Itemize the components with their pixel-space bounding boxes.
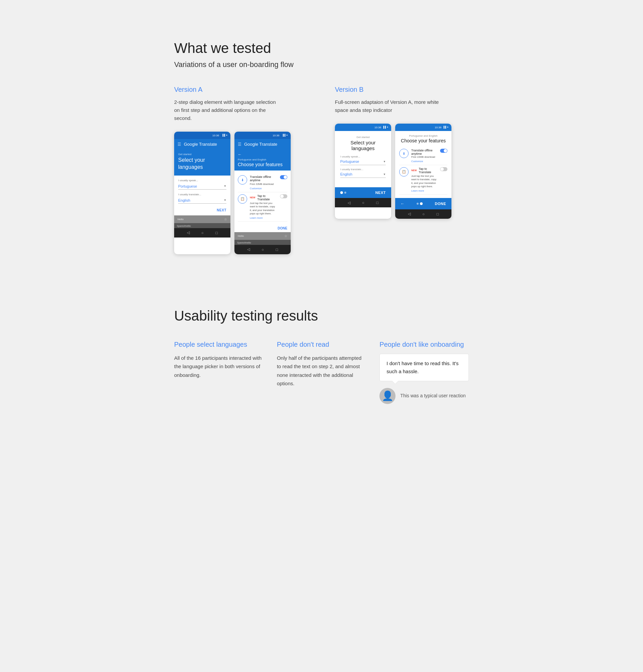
feature-b2-2: 📋 NEW Tap to Translate Just tap the text… (399, 165, 447, 195)
feature-b2-2-title: Tap to Translate (418, 167, 437, 174)
next-btn-row: NEXT (178, 207, 227, 212)
phone-a1-status-bar: 10:36 ▐▐ ✦ (174, 132, 230, 139)
status-time-b2: 10:36 (435, 126, 441, 129)
home-nav-b2[interactable]: ○ (422, 212, 425, 216)
translate-select-b[interactable]: English ▼ (340, 172, 386, 178)
home-nav-icon[interactable]: ○ (201, 231, 204, 235)
avatar-caption: This was a typical user reaction (400, 392, 465, 399)
new-badge-b2: NEW (411, 169, 416, 171)
toggle-b2-offline[interactable] (440, 149, 447, 153)
versions-row: Version A 2-step dialog element with lan… (174, 86, 469, 254)
version-a-col: Version A 2-step dialog element with lan… (174, 86, 308, 254)
toggle-b2-tap[interactable] (440, 167, 447, 171)
recent-nav-icon[interactable]: □ (216, 231, 218, 235)
grey-hello-a2: Hello (238, 235, 244, 238)
back-nav-a2[interactable]: ◁ (247, 247, 250, 252)
section-gap (174, 281, 469, 308)
result-col-1: People select languages All of the 16 pa… (174, 341, 264, 380)
dot1-active (340, 191, 343, 194)
back-nav-b1[interactable]: ◁ (348, 201, 350, 205)
status-icons: 10:36 ▐▐ ✦ (212, 134, 228, 137)
status-icons-a2: 10:36 ▐▐ ✦ (272, 134, 288, 137)
translate-lang-b: English (340, 172, 352, 176)
dot2-inactive (344, 192, 346, 194)
choose-features-title: Choose your features (238, 162, 287, 167)
offline-icon-circle-b2: ⬇ (399, 149, 409, 158)
i-usually-translate-b: I usually translate... (340, 168, 386, 171)
recent-nav-a2[interactable]: □ (276, 248, 278, 252)
result-label-1: People select languages (174, 341, 264, 348)
home-nav-a2[interactable]: ○ (262, 248, 264, 252)
grey-subtext: Spanishhelllo (177, 225, 191, 227)
choose-feat-b: Choose your features (399, 138, 447, 143)
next-button[interactable]: NEXT (217, 208, 227, 212)
back-nav-icon[interactable]: ◁ (187, 230, 190, 235)
feature-item-2: 📋 NEW Tap to Translate Just tap the text… (238, 192, 287, 222)
port-eng-b: Portuguese and English (399, 134, 447, 137)
quote-bubble: I don't have time to read this. It's suc… (379, 354, 469, 381)
grey-subtext-a2: Spanishhelllo (237, 241, 251, 244)
feature1-title-row: Translate offline anytime (250, 175, 277, 182)
back-nav-b2[interactable]: ◁ (408, 212, 411, 216)
result-desc-2: Only half of the participants attempted … (277, 354, 366, 388)
home-nav-b1[interactable]: ○ (362, 201, 364, 205)
speak-label: I usually speak... (178, 179, 227, 182)
back-arrow-icon[interactable]: ← (238, 152, 287, 157)
result-label-2: People don't read (277, 341, 366, 348)
feature-b2-1-desc: Free 22MB download (411, 155, 437, 159)
select-lang-b: Select your languages (340, 140, 386, 151)
phone-a1-toolbar: ☰ Google Translate (174, 139, 230, 149)
feature-b2-2-desc: Just tap the text you want to translate,… (411, 175, 437, 189)
recent-nav-b1[interactable]: □ (376, 201, 379, 205)
toggle-tap-off[interactable] (280, 194, 287, 198)
feature2-link[interactable]: Learn more (250, 216, 263, 219)
feature-b2-1-link[interactable]: Customize (411, 160, 423, 163)
done-button[interactable]: DONE (278, 226, 287, 230)
done-btn-b2[interactable]: DONE (435, 202, 446, 206)
feature1-desc: Free 22MB download (250, 183, 277, 186)
speak-dropdown-arrow: ▼ (224, 184, 227, 188)
recent-nav-b2[interactable]: □ (437, 212, 439, 216)
avatar-icon: 👤 (382, 390, 393, 401)
lang-row-translate: I usually translate... English ▼ (340, 168, 386, 178)
star-icon-a2: ☆ (284, 234, 287, 238)
phone-a2-nav: ◁ ○ □ (234, 245, 291, 254)
phone-b2-content: Portuguese and English Choose your featu… (395, 131, 451, 198)
translate-dropdown[interactable]: English ▼ (178, 197, 227, 204)
result-col-3: People don't like onboarding I don't hav… (379, 341, 469, 404)
speak-lang-b: Portuguese (340, 159, 359, 164)
speak-select-b[interactable]: Portuguese ▼ (340, 159, 386, 165)
speak-lang-text: Portuguese (178, 184, 197, 188)
feature-b2-2-link[interactable]: Learn more (411, 189, 424, 192)
done-btn-row: DONE (234, 225, 291, 232)
phone-b1: 10:36 ▐▐ ✦ Get started Select your langu… (335, 124, 391, 219)
phone-a1-blue: Get started Select your languages (174, 149, 230, 176)
feature2-title-row: NEW Tap to Translate (250, 194, 277, 201)
get-started-label: Get started (178, 153, 227, 156)
phone-a2-status-bar: 10:36 ▐▐ ✦ (234, 132, 291, 139)
dot1-b2-inactive (416, 203, 418, 205)
tap-icon: 📋 (241, 197, 244, 201)
phone-b2: 10:36 ▐▐ ✦ Portuguese and English Choose… (395, 124, 451, 219)
back-arrow-b2[interactable]: ← (401, 201, 404, 206)
tap-icon-circle-b2: 📋 (399, 167, 409, 177)
speak-arrow-b: ▼ (383, 160, 386, 163)
next-btn-b1[interactable]: NEXT (375, 191, 386, 195)
phone-a1-nav: ◁ ○ □ (174, 228, 230, 238)
translate-label: I usually translate... (178, 193, 227, 196)
toggle-offline-on[interactable] (280, 175, 287, 179)
phone-b2-nav: ◁ ○ □ (395, 209, 451, 219)
version-a-mockups: 10:36 ▐▐ ✦ ☰ Google Translate Get starte… (174, 132, 308, 254)
translate-lang-text: English (178, 198, 190, 202)
phone-a1-grey: Hello ☆ (174, 215, 230, 223)
phone-b2-done-row: ← DONE (395, 198, 451, 209)
speak-dropdown[interactable]: Portuguese ▼ (178, 183, 227, 190)
get-started-b: Get started (340, 136, 386, 139)
port-eng-label: Portuguese and English (238, 158, 287, 161)
phone-a2-grey: Hello ☆ (234, 232, 291, 240)
feature1-link[interactable]: Customize (250, 187, 262, 190)
select-languages-title: Select your languages (178, 157, 227, 171)
menu-icon: ☰ (178, 142, 181, 147)
feature2-desc: Just tap the text you want to translate,… (250, 202, 277, 216)
phone-b1-nav: ◁ ○ □ (335, 198, 391, 207)
